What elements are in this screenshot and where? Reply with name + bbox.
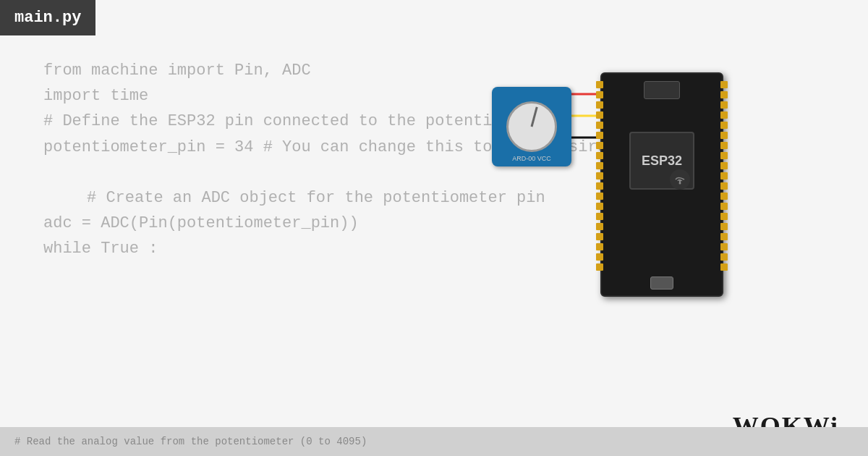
main-container: main.py from machine import Pin, ADC imp… [0,0,868,456]
esp32-antenna [644,81,680,99]
pin [720,132,728,139]
bottom-hint-text: # Read the analog value from the potenti… [14,436,367,447]
pin [596,213,603,220]
pin [720,111,728,119]
pin [720,223,728,230]
esp32-chip: ESP32 [629,132,694,190]
svg-point-0 [679,182,681,185]
pin [596,182,603,190]
pin [720,162,728,169]
pin [720,243,728,250]
pot-label: ARD-00 VCC [492,155,571,162]
pin [720,101,728,109]
pin [596,263,603,271]
pin [596,122,603,129]
pin [596,162,603,169]
pin [720,182,728,190]
pin [720,152,728,159]
pin [596,111,603,119]
pin [596,132,603,139]
bottom-bar: # Read the analog value from the potenti… [0,427,868,456]
esp32-board: ESP32 [600,72,723,297]
pin [720,233,728,240]
pin [596,142,603,149]
pin [596,193,603,200]
pin [596,101,603,109]
pin [596,203,603,210]
pin [720,203,728,210]
pin [720,213,728,220]
pin [596,172,603,180]
pin [720,263,728,271]
potentiometer: ARD-00 VCC [492,87,571,166]
pin-row-left [596,81,603,271]
title-text: main.py [14,9,81,27]
pin [596,253,603,261]
pin [720,122,728,129]
usb-port [650,276,673,290]
pin [720,193,728,200]
title-bar: main.py [0,0,95,35]
pin [596,223,603,230]
pin [720,91,728,98]
pin [596,152,603,159]
pin [596,243,603,250]
circuit-container: ARD-00 VCC [477,72,723,304]
esp32-chip-label: ESP32 [642,153,682,169]
pin [596,233,603,240]
pin [720,81,728,88]
pot-knob [506,101,557,152]
pin [720,253,728,261]
pin [720,142,728,149]
pin [596,91,603,98]
pin [720,172,728,180]
pin-row-right [720,81,728,271]
pin [596,81,603,88]
